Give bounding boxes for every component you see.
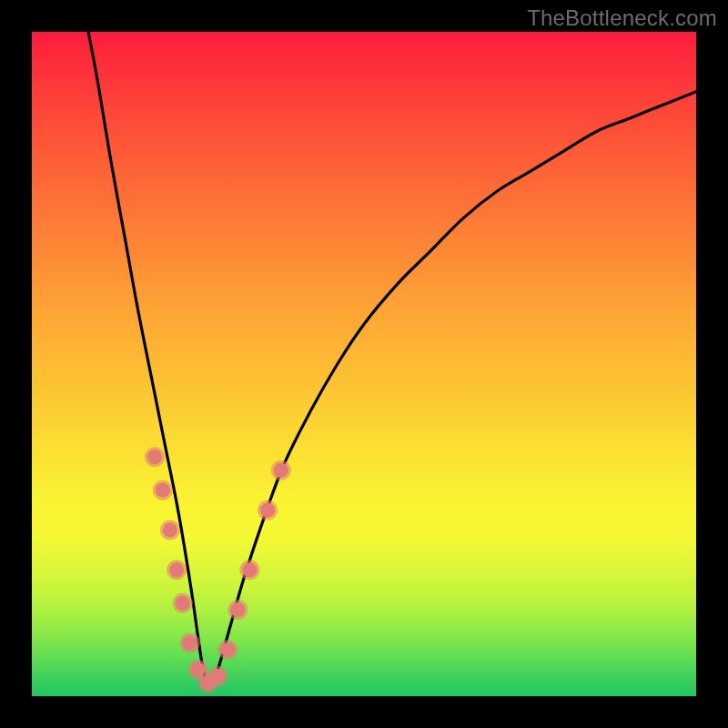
- chart-svg: [32, 32, 696, 696]
- sample-dot: [183, 636, 197, 651]
- sample-dot: [147, 450, 162, 464]
- sample-dot: [163, 523, 177, 538]
- sample-dot: [230, 602, 245, 617]
- sample-dot: [242, 562, 257, 577]
- sample-dots-group: [145, 447, 291, 693]
- chart-frame: TheBottleneck.com: [0, 0, 728, 728]
- sample-dot: [274, 463, 288, 478]
- sample-dot: [260, 503, 275, 518]
- sample-dot: [156, 483, 170, 498]
- sample-dot: [169, 562, 184, 577]
- plot-area: [32, 32, 696, 696]
- sample-dot: [220, 642, 235, 657]
- bottleneck-curve: [88, 32, 696, 683]
- sample-dot: [176, 596, 190, 611]
- sample-dot: [210, 669, 225, 683]
- watermark-text: TheBottleneck.com: [527, 5, 717, 31]
